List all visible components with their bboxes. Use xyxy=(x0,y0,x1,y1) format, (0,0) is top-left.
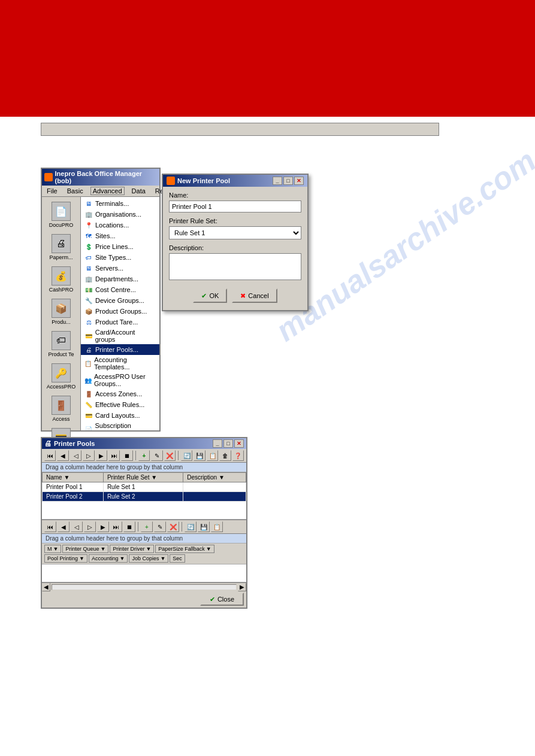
menu-item-product-tare[interactable]: ⚖Product Tare... xyxy=(81,317,159,327)
pools-maximize-btn[interactable]: □ xyxy=(223,439,233,448)
sidebar-item-paperm[interactable]: 🖨 Paperm... xyxy=(43,232,79,263)
menu-item-terminals[interactable]: 🖥Terminals... xyxy=(81,198,159,209)
menu-advanced[interactable]: Advanced xyxy=(90,187,125,195)
nav-last-btn[interactable]: ⏭ xyxy=(108,450,120,461)
col-rule-set[interactable]: Printer Rule Set ▼ xyxy=(103,473,183,482)
ok-button[interactable]: ✔ OK xyxy=(193,289,227,303)
pools-close-btn[interactable]: ✕ xyxy=(234,439,244,448)
col-desc-label: Description xyxy=(187,474,217,481)
pools-title-left: 🖨 Printer Pools xyxy=(44,439,95,448)
col-description[interactable]: Description ▼ xyxy=(183,473,246,482)
bot-col-sec: Sec xyxy=(170,554,185,563)
row2-desc xyxy=(183,492,246,502)
trash-btn[interactable]: 🗑 xyxy=(219,450,231,461)
bot-copy[interactable]: 📋 xyxy=(211,521,223,532)
scroll-right-btn[interactable]: ▶ xyxy=(238,583,246,591)
nav-prev2-btn[interactable]: ◁ xyxy=(70,450,81,461)
menu-item-printer-pools[interactable]: 🖨Printer Pools... xyxy=(81,344,159,355)
bot-save[interactable]: 💾 xyxy=(198,521,210,532)
ok-checkmark-icon: ✔ xyxy=(201,292,207,300)
scroll-left-btn[interactable]: ◀ xyxy=(42,583,50,591)
sidebar-item-docupro[interactable]: 📄 DocuPRO xyxy=(43,199,79,230)
bot-sep2 xyxy=(182,522,182,532)
menu-list: 🖥Terminals... 🏢Organisations... 📍Locatio… xyxy=(81,197,159,430)
sidebar-item-produ[interactable]: 📦 Produ... xyxy=(43,296,79,327)
edit-btn[interactable]: ✎ xyxy=(151,450,162,461)
minimize-button[interactable]: _ xyxy=(273,177,282,185)
bottom-scrollbar[interactable]: ◀ ▶ xyxy=(42,582,246,591)
bom-window-icon xyxy=(44,173,53,181)
help-btn[interactable]: ❓ xyxy=(232,450,244,461)
menu-item-subscription-layout[interactable]: 📄Subscription Layout... xyxy=(81,421,159,430)
menu-basic[interactable]: Basic xyxy=(65,187,86,195)
menu-item-site-types[interactable]: 🏷Site Types... xyxy=(81,252,159,263)
name-input[interactable] xyxy=(169,201,301,212)
sidebar-item-product-te[interactable]: 🏷 Product Te xyxy=(43,329,79,360)
sidebar-item-accesspro[interactable]: 🔑 AccessPRO xyxy=(43,361,79,392)
table-row[interactable]: Printer Pool 1 Rule Set 1 xyxy=(43,482,246,492)
menu-item-card-account-groups[interactable]: 💳Card/Account groups xyxy=(81,327,159,344)
bot-col-pq-arrow: ▼ xyxy=(100,546,105,552)
menu-item-device-groups[interactable]: 🔧Device Groups... xyxy=(81,295,159,306)
price-lines-icon: 💲 xyxy=(84,242,93,251)
product-tare-icon: ⚖ xyxy=(84,318,93,326)
menu-item-effective-rules[interactable]: 📏Effective Rules... xyxy=(81,399,159,410)
nav-first-btn[interactable]: ⏮ xyxy=(44,450,56,461)
row2-rule-set: Rule Set 2 xyxy=(103,492,183,502)
add-btn[interactable]: + xyxy=(138,450,150,461)
menu-item-card-layouts[interactable]: 💳Card Layouts... xyxy=(81,410,159,421)
col-desc-resize[interactable]: ▼ xyxy=(219,474,225,481)
nav-next2-btn[interactable]: ▷ xyxy=(83,450,94,461)
bot-col-pd-arrow: ▼ xyxy=(146,546,151,552)
menu-data[interactable]: Data xyxy=(129,187,148,195)
description-textarea[interactable] xyxy=(169,253,301,280)
nav-stop-btn[interactable]: ⏹ xyxy=(121,450,132,461)
bot-nav-prev[interactable]: ◀ xyxy=(58,521,69,532)
menu-item-accesspro-user-groups[interactable]: 👥AccessPRO User Groups... xyxy=(81,372,159,388)
menu-item-organisations[interactable]: 🏢Organisations... xyxy=(81,209,159,220)
bot-nav-first[interactable]: ⏮ xyxy=(44,521,56,532)
nav-next-btn[interactable]: ▶ xyxy=(96,450,107,461)
maximize-button[interactable]: □ xyxy=(283,177,293,185)
bot-nav-next2[interactable]: ▷ xyxy=(84,521,96,532)
produ-icon: 📦 xyxy=(52,299,71,318)
menu-item-departments[interactable]: 🏢Departments... xyxy=(81,274,159,284)
bot-edit[interactable]: ✎ xyxy=(154,521,166,532)
bot-delete[interactable]: ❌ xyxy=(167,521,179,532)
bot-refresh[interactable]: 🔄 xyxy=(185,521,197,532)
close-window-button[interactable]: ✔ Close xyxy=(200,593,244,606)
bot-add[interactable]: + xyxy=(141,521,153,532)
menu-file[interactable]: File xyxy=(44,187,60,195)
menu-item-access-zones[interactable]: 🚪Access Zones... xyxy=(81,388,159,399)
copy-btn[interactable]: 📋 xyxy=(207,450,218,461)
menu-item-accounting-templates[interactable]: 📋Accounting Templates... xyxy=(81,355,159,372)
bot-nav-last[interactable]: ⏭ xyxy=(110,521,122,532)
refresh-btn[interactable]: 🔄 xyxy=(181,450,192,461)
scrollbar-track[interactable] xyxy=(52,584,237,590)
sidebar-item-cashpro[interactable]: 💰 CashPRO xyxy=(43,264,79,295)
col-name-resize[interactable]: ▼ xyxy=(64,474,69,481)
red-header xyxy=(0,0,535,117)
menu-item-cost-centre[interactable]: 💵Cost Centre... xyxy=(81,284,159,295)
menu-item-price-lines[interactable]: 💲Price Lines... xyxy=(81,241,159,252)
pools-titlebar: 🖨 Printer Pools _ □ ✕ xyxy=(42,438,246,449)
pools-minimize-btn[interactable]: _ xyxy=(213,439,222,448)
table-row[interactable]: Printer Pool 2 Rule Set 2 xyxy=(43,492,246,502)
menu-item-locations[interactable]: 📍Locations... xyxy=(81,220,159,230)
bot-nav-prev2[interactable]: ◁ xyxy=(71,521,83,532)
menu-item-servers[interactable]: 🖥Servers... xyxy=(81,263,159,274)
bot-nav-stop[interactable]: ⏹ xyxy=(123,521,135,532)
col-name[interactable]: Name ▼ xyxy=(43,473,104,482)
col-rule-set-resize[interactable]: ▼ xyxy=(151,474,157,481)
delete-btn[interactable]: ❌ xyxy=(164,450,176,461)
bom-window: Inepro Back Office Manager (bob) File Ba… xyxy=(41,168,161,432)
nav-prev-btn[interactable]: ◀ xyxy=(57,450,68,461)
bot-nav-next[interactable]: ▶ xyxy=(97,521,109,532)
cancel-button[interactable]: ✖ Cancel xyxy=(232,289,277,303)
sidebar-item-access[interactable]: 🚪 Access xyxy=(43,393,79,424)
menu-item-product-groups[interactable]: 📦Product Groups... xyxy=(81,306,159,317)
close-button[interactable]: ✕ xyxy=(294,177,304,185)
printer-rule-set-select[interactable]: Rule Set 1 Rule Set 2 xyxy=(169,226,301,239)
save-btn[interactable]: 💾 xyxy=(194,450,205,461)
menu-item-sites[interactable]: 🗺Sites... xyxy=(81,230,159,241)
